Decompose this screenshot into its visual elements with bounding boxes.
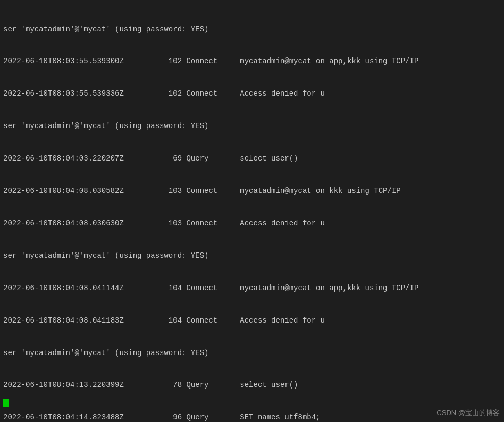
log-line-12: 2022-06-10T08:04:13.220399Z 78 Query sel… <box>3 379 501 390</box>
terminal-content: ser 'mycatadmin'@'mycat' (using password… <box>0 0 504 422</box>
log-line-7: 2022-06-10T08:04:08.030630Z 103 Connect … <box>3 218 501 229</box>
log-line-5: 2022-06-10T08:04:03.220207Z 69 Query sel… <box>3 153 501 164</box>
log-line-1: ser 'mycatadmin'@'mycat' (using password… <box>3 24 501 35</box>
log-line-11: ser 'mycatadmin'@'mycat' (using password… <box>3 348 501 358</box>
log-line-3: 2022-06-10T08:03:55.539336Z 102 Connect … <box>3 88 501 99</box>
watermark-text: CSDN @宝山的博客 <box>436 408 500 418</box>
log-line-4: ser 'mycatadmin'@'mycat' (using password… <box>3 121 501 131</box>
log-line-13: 2022-06-10T08:04:14.823488Z 96 Query SET… <box>3 412 501 422</box>
log-line-2: 2022-06-10T08:03:55.539300Z 102 Connect … <box>3 56 501 66</box>
terminal-window: ser 'mycatadmin'@'mycat' (using password… <box>0 0 504 422</box>
log-line-10: 2022-06-10T08:04:08.041183Z 104 Connect … <box>3 315 501 326</box>
terminal-cursor <box>3 399 9 407</box>
log-line-8: ser 'mycatadmin'@'mycat' (using password… <box>3 250 501 261</box>
log-line-9: 2022-06-10T08:04:08.041144Z 104 Connect … <box>3 283 501 293</box>
log-line-6: 2022-06-10T08:04:08.030582Z 103 Connect … <box>3 185 501 196</box>
